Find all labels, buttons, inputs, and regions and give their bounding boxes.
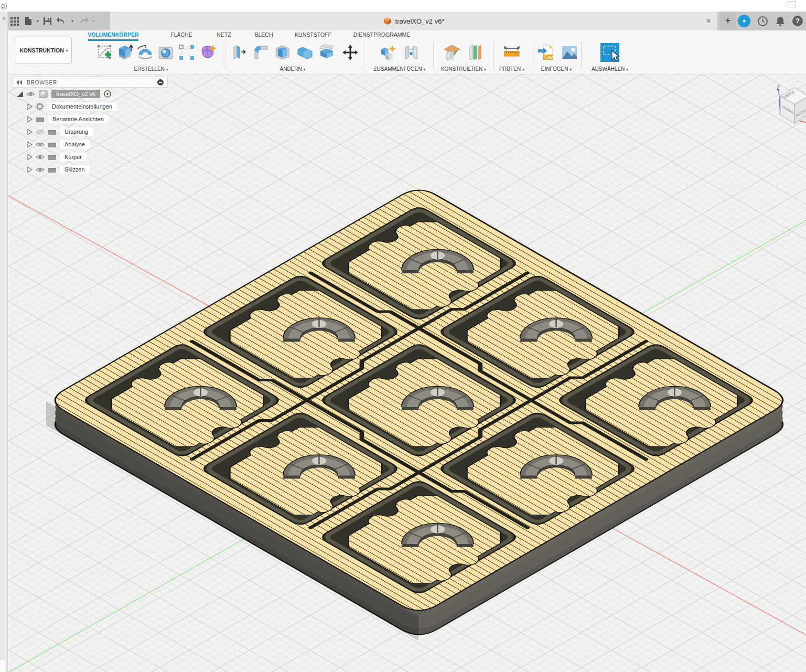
browser-item-label[interactable]: Benannte Ansichten — [48, 115, 109, 123]
browser-row-koerper[interactable]: Körper — [13, 151, 168, 163]
viewcube[interactable]: OBEN VORNE RECHTS Z X — [776, 83, 806, 141]
browser-row-root[interactable]: travelXO_v2 v6 — [13, 88, 168, 100]
browser-row-dokumenteinstellungen[interactable]: Dokumenteinstellungen — [13, 100, 168, 113]
browser-header[interactable]: BROWSER — [13, 77, 168, 88]
expand-arrow-icon[interactable] — [27, 103, 33, 110]
collapse-all-icon[interactable] — [157, 79, 164, 86]
document-title: travelXO_v2 v6* — [395, 17, 445, 25]
measure-icon[interactable] — [502, 43, 521, 62]
tab-dienstprogramme[interactable]: DIENSTPROGRAMME — [353, 31, 411, 38]
svg-badge-text: SVG — [548, 56, 556, 59]
shell-icon[interactable] — [273, 43, 292, 62]
group-label-zusammenfuegen[interactable]: ZUSAMMENFÜGEN ▾ — [373, 66, 425, 72]
dropdown-caret: ▾ — [484, 67, 486, 72]
expand-arrow-icon[interactable] — [27, 129, 33, 135]
visibility-eye-icon[interactable] — [26, 91, 35, 98]
group-label-konstruieren[interactable]: KONSTRUIEREN ▾ — [441, 66, 486, 72]
browser-item-label[interactable]: Dokumenteinstellungen — [47, 102, 117, 111]
group-label-pruefen[interactable]: PRÜFEN ▾ — [499, 66, 524, 72]
revolve-icon[interactable] — [136, 43, 155, 62]
close-tab-icon[interactable]: ✕ — [704, 16, 713, 26]
undo-icon[interactable] — [56, 16, 68, 26]
collapse-panel-icon[interactable] — [16, 80, 23, 85]
expand-arrow-icon[interactable] — [27, 141, 33, 148]
root-node-label[interactable]: travelXO_v2 v6 — [51, 90, 100, 98]
split-body-icon[interactable] — [317, 43, 336, 62]
browser-title: BROWSER — [27, 79, 153, 86]
visibility-eye-icon[interactable] — [36, 154, 45, 161]
redo-icon[interactable] — [77, 16, 89, 26]
browser-item-label[interactable]: Analyse — [60, 140, 90, 148]
visibility-eye-icon[interactable] — [36, 141, 45, 148]
new-component-icon[interactable] — [379, 43, 397, 62]
strip-close-icon[interactable]: ✕ — [1, 16, 7, 22]
model-canvas[interactable]: BROWSER travelXO_v2 v6 — [8, 74, 806, 672]
group-label-auswaehlen[interactable]: AUSWÄHLEN ▾ — [592, 66, 628, 72]
tab-kunststoff[interactable]: KUNSTSTOFF — [295, 31, 331, 38]
tab-netz[interactable]: NETZ — [217, 31, 231, 38]
extensions-sparkle-icon[interactable]: ✦ — [738, 15, 750, 27]
quick-access-toolbar: ▾ ▾ ▾ — [9, 12, 94, 30]
create-form-icon[interactable] — [199, 43, 218, 62]
fillet-icon[interactable] — [252, 43, 271, 62]
app-grid-icon[interactable] — [9, 16, 20, 26]
group-label-erstellen[interactable]: ERSTELLEN ▾ — [134, 66, 168, 72]
folder-icon — [48, 129, 57, 135]
strip-bottom-box — [0, 660, 5, 672]
file-icon[interactable] — [24, 16, 33, 26]
new-tab-button[interactable]: + — [719, 12, 736, 30]
create-sketch-icon[interactable] — [95, 43, 114, 62]
group-separator — [433, 42, 434, 69]
document-tab[interactable]: travelXO_v2 v6* ✕ — [110, 12, 717, 30]
group-label-aendern[interactable]: ÄNDERN ▾ — [280, 66, 305, 72]
window-control-box[interactable] — [788, 1, 796, 7]
z-axis-label: Z — [777, 85, 780, 91]
konstruktion-dropdown[interactable]: KONSTRUKTION ▾ — [16, 37, 72, 64]
save-icon[interactable] — [42, 16, 52, 26]
folder-icon — [48, 166, 57, 173]
dropdown-caret: ▾ — [522, 67, 524, 72]
tab-flaeche[interactable]: FLÄCHE — [170, 31, 192, 38]
redo-caret-icon[interactable]: ▾ — [92, 19, 94, 24]
select-icon[interactable] — [599, 42, 620, 63]
extrude-icon[interactable] — [115, 43, 134, 62]
folder-icon — [36, 116, 45, 123]
dropdown-caret: ▾ — [424, 67, 426, 72]
job-status-clock-icon[interactable] — [757, 16, 768, 27]
document-node-icon — [38, 90, 48, 99]
construction-plane-icon[interactable] — [443, 43, 461, 62]
undo-caret-icon[interactable]: ▾ — [71, 19, 73, 24]
browser-row-analyse[interactable]: Analyse — [13, 138, 168, 151]
file-caret-icon[interactable]: ▾ — [37, 19, 39, 24]
help-icon[interactable]: ? — [792, 16, 803, 26]
expand-arrow-icon[interactable] — [27, 116, 33, 123]
insert-svg-icon[interactable]: SVG — [537, 43, 556, 62]
expand-arrow-icon[interactable] — [27, 166, 33, 173]
offset-plane-icon[interactable] — [466, 43, 485, 62]
tab-blech[interactable]: BLECH — [254, 31, 273, 38]
group-separator — [363, 42, 363, 69]
activate-radio-icon[interactable] — [103, 90, 112, 98]
browser-item-label[interactable]: Ursprung — [60, 127, 93, 136]
visibility-off-eye-icon[interactable] — [36, 129, 45, 135]
browser-item-label[interactable]: Körper — [60, 153, 87, 161]
browser-row-skizzen[interactable]: Skizzen — [13, 163, 168, 176]
expand-arrow-icon[interactable] — [27, 154, 33, 161]
joint-icon[interactable] — [402, 43, 421, 62]
group-separator — [225, 42, 225, 69]
rectangular-pattern-icon[interactable] — [177, 43, 196, 62]
group-label-einfuegen[interactable]: EINFÜGEN ▾ — [541, 66, 572, 72]
browser-row-ursprung[interactable]: Ursprung — [13, 125, 168, 138]
visibility-eye-icon[interactable] — [36, 166, 45, 173]
press-pull-icon[interactable] — [230, 43, 249, 62]
browser-row-benannte-ansichten[interactable]: Benannte Ansichten — [13, 113, 168, 125]
fusion-window: g) ▾ ▾ ▾ — [0, 0, 806, 672]
notifications-bell-icon[interactable] — [775, 16, 786, 27]
tab-volumenkoerper[interactable]: VOLUMENKÖRPER — [88, 31, 138, 38]
hole-icon[interactable] — [156, 43, 175, 62]
insert-image-icon[interactable] — [560, 43, 579, 62]
combine-icon[interactable] — [295, 43, 314, 62]
folder-icon — [48, 141, 57, 148]
move-copy-icon[interactable] — [341, 43, 360, 62]
browser-item-label[interactable]: Skizzen — [60, 165, 90, 174]
